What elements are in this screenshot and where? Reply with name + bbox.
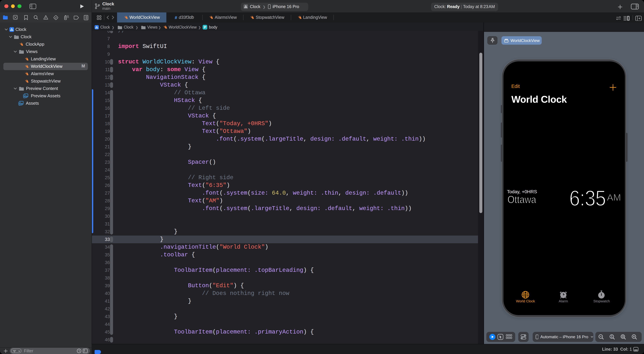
svg-text:1: 1 (611, 335, 613, 338)
